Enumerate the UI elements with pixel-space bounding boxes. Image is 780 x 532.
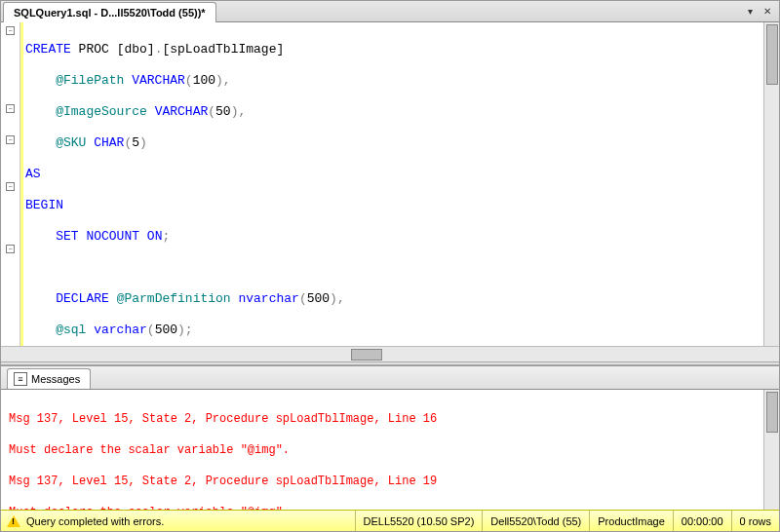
fold-gutter: − − − − − <box>1 22 20 346</box>
status-login: Dell5520\Todd (55) <box>482 511 589 531</box>
status-elapsed: 00:00:00 <box>673 511 731 531</box>
message-line: Msg 137, Level 15, State 2, Procedure sp… <box>9 474 756 489</box>
tab-controls: ▾ ✕ <box>742 3 775 19</box>
fold-toggle[interactable]: − <box>6 26 15 35</box>
messages-tab[interactable]: ≡ Messages <box>7 368 91 389</box>
document-tab[interactable]: SQLQuery1.sql - D...ll5520\Todd (55))* <box>3 2 216 23</box>
status-rows: 0 rows <box>731 511 779 531</box>
messages-body[interactable]: Msg 137, Level 15, State 2, Procedure sp… <box>1 390 763 510</box>
tab-title: SQLQuery1.sql - D...ll5520\Todd (55))* <box>14 7 206 19</box>
message-line: Must declare the scalar variable "@img". <box>9 442 756 458</box>
status-message-area: Query completed with errors. <box>1 515 355 527</box>
code-editor[interactable]: CREATE PROC [dbo].[spLoadTblImage] @File… <box>20 22 763 346</box>
status-server: DELL5520 (10.50 SP2) <box>355 511 483 531</box>
fold-toggle[interactable]: − <box>6 245 15 253</box>
editor-vertical-scrollbar[interactable] <box>763 22 779 346</box>
status-message: Query completed with errors. <box>26 515 164 527</box>
messages-tab-bar: ≡ Messages <box>1 366 779 390</box>
editor-area: − − − − − CREATE PROC [dbo].[spLoadTblIm… <box>1 22 779 346</box>
tab-dropdown-button[interactable]: ▾ <box>742 3 758 19</box>
editor-horizontal-scrollbar[interactable] <box>1 346 779 361</box>
fold-toggle[interactable]: − <box>6 182 15 191</box>
message-line: Msg 137, Level 15, State 2, Procedure sp… <box>9 411 756 427</box>
messages-icon: ≡ <box>14 372 27 386</box>
messages-tab-label: Messages <box>31 373 80 385</box>
tab-bar: SQLQuery1.sql - D...ll5520\Todd (55))* ▾… <box>1 1 779 22</box>
warning-icon <box>7 515 20 527</box>
status-bar: Query completed with errors. DELL5520 (1… <box>1 510 779 531</box>
tab-close-button[interactable]: ✕ <box>760 3 775 19</box>
fold-toggle[interactable]: − <box>6 135 15 144</box>
messages-pane: ≡ Messages Msg 137, Level 15, State 2, P… <box>1 365 779 510</box>
messages-vertical-scrollbar[interactable] <box>763 390 779 510</box>
status-database: ProductImage <box>589 511 672 531</box>
fold-toggle[interactable]: − <box>6 104 15 113</box>
